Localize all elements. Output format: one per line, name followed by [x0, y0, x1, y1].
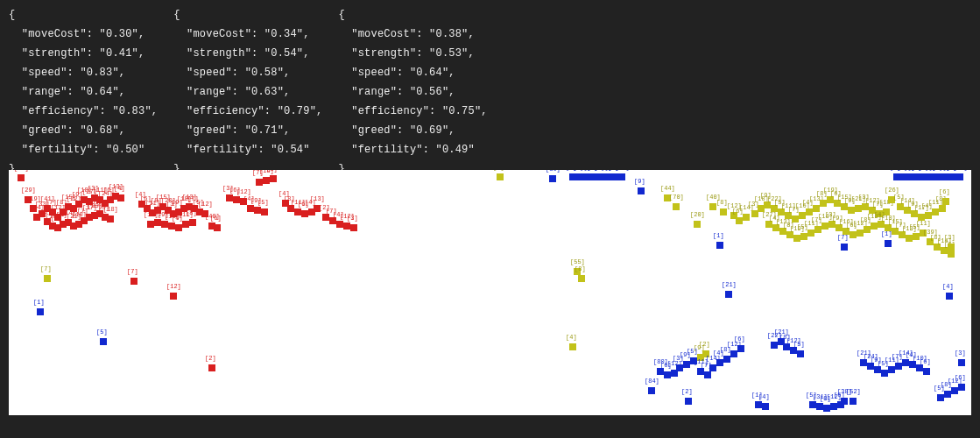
agent-olive[interactable]: [16] [843, 228, 850, 235]
agent-blue[interactable]: [5] [937, 394, 944, 401]
simulation-canvas[interactable]: [46][29][19][14][33][41][7][12][8][15][2… [9, 170, 971, 415]
agent-blue[interactable]: [8] [723, 356, 730, 363]
agent-blue[interactable]: [4] [762, 403, 769, 410]
agent-blue[interactable]: [36] [549, 175, 556, 182]
agent-blue[interactable]: [1] [37, 308, 44, 315]
agent-red[interactable]: [6] [301, 210, 308, 217]
agent-olive[interactable]: [7] [876, 210, 883, 217]
agent-blue[interactable]: [6] [893, 173, 900, 180]
agent-blue[interactable]: [11] [900, 173, 907, 180]
agent-olive[interactable]: [44] [664, 194, 671, 201]
agent-red[interactable]: [7] [130, 278, 137, 285]
agent-blue[interactable]: [4] [946, 293, 953, 300]
agent-olive[interactable]: [3] [862, 203, 869, 210]
agent-olive[interactable]: [8] [720, 208, 727, 215]
agent-red[interactable]: [4] [336, 221, 343, 228]
agent-red[interactable]: [12] [170, 293, 177, 300]
agent-red[interactable]: [2] [322, 214, 329, 221]
agent-olive[interactable]: [27] [765, 221, 772, 228]
agent-blue[interactable]: [11] [697, 368, 704, 375]
agent-blue[interactable]: [9] [590, 173, 597, 180]
agent-blue[interactable]: [14] [709, 364, 716, 371]
agent-olive[interactable]: [6] [850, 231, 857, 238]
agent-red[interactable]: [16] [168, 223, 175, 230]
agent-blue[interactable]: [9] [914, 173, 921, 180]
agent-olive[interactable]: [11] [932, 208, 939, 215]
agent-olive[interactable]: [8] [864, 226, 871, 233]
agent-olive[interactable]: [7] [792, 215, 799, 223]
agent-olive[interactable]: [9] [911, 210, 918, 217]
agent-olive[interactable]: [70] [673, 203, 680, 210]
agent-red[interactable]: [2] [208, 364, 215, 371]
agent-red[interactable]: [18] [107, 215, 114, 223]
agent-red[interactable]: [5] [261, 208, 268, 215]
agent-olive[interactable]: [8] [786, 231, 793, 238]
agent-blue[interactable]: [8] [569, 173, 576, 180]
agent-olive[interactable]: [6] [834, 200, 841, 207]
agent-olive[interactable]: [14] [904, 207, 911, 214]
agent-olive[interactable]: [55] [574, 268, 581, 275]
agent-blue[interactable]: [2] [685, 398, 692, 405]
agent-olive[interactable]: [4] [878, 221, 885, 228]
agent-blue[interactable]: [14] [956, 173, 963, 180]
agent-blue[interactable]: [7] [841, 244, 848, 251]
agent-olive[interactable]: [40] [709, 203, 716, 210]
agent-red[interactable]: [4] [175, 224, 182, 231]
agent-red[interactable]: [6] [214, 224, 221, 231]
agent-olive[interactable]: [18] [871, 223, 878, 230]
agent-olive[interactable]: [4] [569, 343, 576, 350]
agent-blue[interactable]: [1] [885, 240, 892, 247]
agent-blue[interactable]: [52] [850, 398, 857, 405]
agent-olive[interactable]: [9] [835, 224, 843, 231]
agent-blue[interactable]: [12] [576, 173, 583, 180]
agent-olive[interactable]: [14] [941, 247, 948, 254]
agent-olive[interactable]: [17] [918, 214, 925, 221]
agent-red[interactable]: [12] [343, 223, 350, 230]
agent-olive[interactable]: [13] [906, 235, 913, 242]
agent-olive[interactable]: [39] [927, 238, 934, 245]
agent-blue[interactable]: [14] [597, 173, 604, 180]
agent-olive[interactable]: [3] [828, 221, 835, 228]
agent-red[interactable]: [11] [294, 208, 301, 215]
agent-blue[interactable]: [3] [604, 173, 611, 180]
agent-blue[interactable]: [10] [916, 364, 923, 371]
agent-olive[interactable]: [8] [578, 275, 585, 282]
agent-olive[interactable]: [12] [857, 230, 864, 237]
agent-blue[interactable]: [9] [683, 361, 690, 368]
agent-olive[interactable]: [4] [925, 212, 932, 219]
agent-red[interactable]: [3] [350, 224, 357, 231]
agent-red[interactable]: [3] [270, 175, 277, 182]
agent-olive[interactable]: [15] [841, 203, 848, 210]
agent-blue[interactable]: [1] [755, 401, 762, 408]
agent-red[interactable]: [2] [154, 219, 161, 226]
agent-blue[interactable]: [7] [704, 371, 711, 378]
agent-blue[interactable]: [21] [725, 291, 732, 298]
agent-olive[interactable]: [16] [799, 212, 806, 219]
agent-olive[interactable]: [6] [942, 198, 949, 205]
agent-blue[interactable]: [4] [716, 359, 723, 366]
agent-blue[interactable]: [9] [874, 366, 881, 373]
agent-blue[interactable]: [5] [583, 173, 590, 180]
agent-olive[interactable]: [11] [920, 230, 927, 237]
agent-olive[interactable]: [7] [814, 226, 821, 233]
agent-olive[interactable]: [19] [827, 196, 834, 203]
agent-red[interactable]: [12] [201, 210, 208, 217]
agent-red[interactable]: [29] [25, 196, 32, 203]
agent-blue[interactable]: [3] [942, 173, 949, 180]
agent-blue[interactable]: [31] [816, 403, 823, 410]
agent-blue[interactable]: [5] [809, 401, 816, 408]
agent-blue[interactable]: [6] [737, 345, 744, 352]
agent-red[interactable]: [4] [117, 194, 124, 201]
agent-red[interactable]: [11] [182, 221, 189, 228]
agent-red[interactable]: [6] [233, 196, 240, 203]
agent-red[interactable]: [46] [18, 174, 25, 181]
agent-red[interactable]: [14] [147, 221, 154, 228]
agent-olive[interactable]: [12] [869, 207, 876, 214]
agent-blue[interactable]: [12] [951, 387, 958, 394]
agent-olive[interactable]: [9] [764, 201, 771, 208]
agent-blue[interactable]: [5] [797, 350, 804, 357]
agent-red[interactable]: [7] [329, 217, 336, 224]
agent-red[interactable]: [14] [263, 177, 270, 184]
agent-olive[interactable]: [4] [772, 224, 779, 231]
agent-blue[interactable]: [7] [611, 173, 618, 180]
